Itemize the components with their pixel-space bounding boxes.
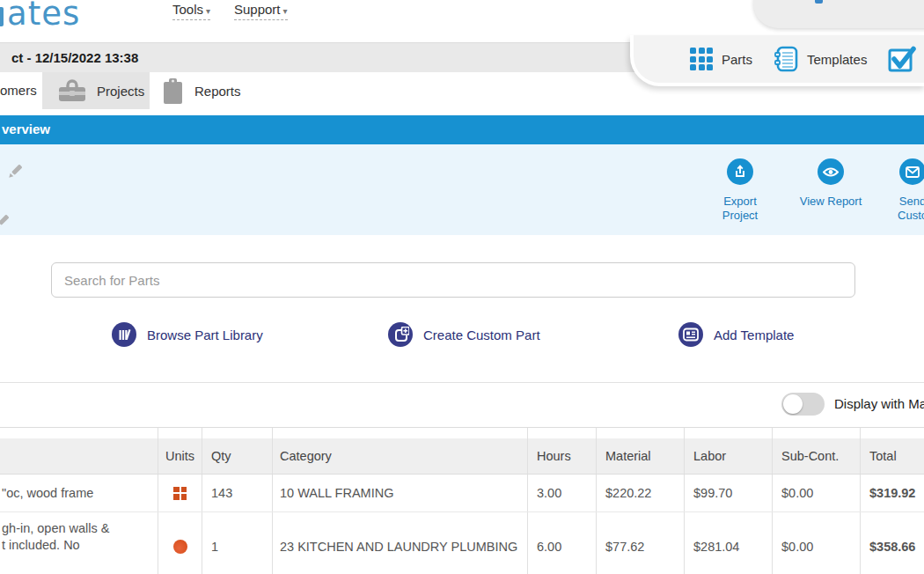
table-header-row: Units Qty Category Hours Material Labor … bbox=[0, 438, 924, 475]
view-report-label: View Report bbox=[800, 195, 862, 209]
row-material: $77.62 bbox=[597, 512, 685, 574]
units-grid-icon bbox=[173, 487, 187, 500]
tab-customers-partial[interactable]: omers bbox=[0, 72, 37, 109]
header-widget bbox=[753, 0, 924, 28]
app-logo: ates bbox=[7, 0, 80, 33]
export-icon bbox=[727, 158, 753, 185]
eye-icon bbox=[818, 158, 844, 185]
app-window: ates Tools▾ Support▾ ct - 12/15/2022 13:… bbox=[0, 0, 924, 574]
logo-partial-letter bbox=[0, 7, 4, 26]
row-qty: 1 bbox=[202, 512, 273, 574]
col-labor: Labor bbox=[685, 438, 773, 474]
col-category: Category bbox=[273, 438, 528, 474]
project-title-bar: ct - 12/15/2022 13:38 bbox=[0, 42, 695, 72]
create-custom-part-button[interactable]: Create Custom Part bbox=[388, 322, 540, 347]
overview-section-bar: verview bbox=[0, 115, 924, 144]
chevron-down-icon: ▾ bbox=[206, 6, 210, 16]
table-row[interactable]: gh-in, open walls &t included. No 1 23 K… bbox=[0, 512, 924, 574]
clipboard-icon bbox=[161, 77, 185, 105]
template-icon bbox=[678, 322, 703, 347]
row-total: $319.92 bbox=[861, 475, 924, 511]
notebook-icon bbox=[774, 46, 798, 72]
create-custom-part-label: Create Custom Part bbox=[423, 327, 540, 342]
row-category: 10 WALL FRAMING bbox=[273, 475, 528, 511]
export-label-line2: Project bbox=[722, 209, 758, 222]
header-widget-icon-fragment bbox=[815, 0, 823, 4]
nav-templates[interactable]: Templates bbox=[774, 46, 867, 72]
row-labor: $281.04 bbox=[685, 512, 773, 574]
overview-panel: ExportProject View Report SendCusto bbox=[0, 144, 924, 235]
search-parts-input[interactable] bbox=[51, 262, 855, 298]
row-description: "oc, wood frame bbox=[0, 475, 158, 511]
edit-pencil-icon[interactable] bbox=[6, 163, 24, 180]
project-title: ct - 12/15/2022 13:38 bbox=[11, 50, 138, 65]
add-template-label: Add Template bbox=[714, 327, 794, 342]
nav-templates-label: Templates bbox=[807, 52, 867, 67]
nav-parts-label: Parts bbox=[722, 52, 752, 67]
checkbox-check-icon bbox=[888, 46, 916, 72]
tab-projects[interactable]: Projects bbox=[42, 72, 150, 109]
browse-part-library-label: Browse Part Library bbox=[147, 327, 263, 342]
tab-reports[interactable]: Reports bbox=[150, 72, 264, 109]
menu-support-label: Support bbox=[234, 2, 281, 17]
parts-table: Units Qty Category Hours Material Labor … bbox=[0, 427, 924, 574]
add-part-icon bbox=[388, 322, 413, 347]
row-units bbox=[158, 512, 202, 574]
col-qty: Qty bbox=[202, 438, 273, 474]
row-subcont: $0.00 bbox=[773, 512, 861, 574]
edit-pencil-icon[interactable] bbox=[0, 213, 11, 231]
export-project-button[interactable]: ExportProject bbox=[712, 158, 768, 223]
toolbox-icon bbox=[57, 79, 87, 103]
row-units bbox=[158, 475, 202, 511]
tab-projects-label: Projects bbox=[97, 84, 144, 99]
nav-parts[interactable]: Parts bbox=[690, 48, 752, 70]
table-spacer-row bbox=[0, 428, 924, 438]
col-material: Material bbox=[597, 438, 685, 474]
row-subcont: $0.00 bbox=[773, 475, 861, 511]
units-circle-icon bbox=[173, 540, 187, 554]
send-customer-button[interactable]: SendCusto bbox=[885, 158, 924, 223]
view-report-button[interactable]: View Report bbox=[788, 158, 873, 209]
menu-tools-label: Tools bbox=[172, 2, 203, 17]
row-labor: $99.70 bbox=[685, 475, 773, 511]
col-description bbox=[0, 438, 158, 474]
library-nav-panel: Parts Templates Op bbox=[630, 35, 924, 86]
row-hours: 6.00 bbox=[528, 512, 597, 574]
menu-tools[interactable]: Tools▾ bbox=[172, 2, 210, 20]
send-label-line1: Send bbox=[899, 195, 924, 208]
row-material: $220.22 bbox=[597, 475, 685, 511]
col-units: Units bbox=[158, 438, 202, 474]
send-label-line2: Custo bbox=[898, 209, 924, 222]
browse-part-library-button[interactable]: Browse Part Library bbox=[112, 322, 263, 347]
display-markup-toggle[interactable] bbox=[781, 393, 825, 416]
row-category: 23 KITCHEN AND LAUNDRY PLUMBING bbox=[273, 512, 528, 574]
toggle-knob bbox=[783, 394, 803, 414]
nav-options[interactable]: Op bbox=[888, 46, 924, 72]
tab-reports-label: Reports bbox=[194, 84, 241, 99]
row-qty: 143 bbox=[202, 475, 273, 511]
col-total: Total bbox=[861, 438, 924, 474]
col-subcont: Sub-Cont. bbox=[773, 438, 861, 474]
row-total: $358.66 bbox=[861, 512, 924, 574]
section-divider bbox=[0, 382, 924, 383]
chevron-down-icon: ▾ bbox=[283, 6, 288, 16]
overview-title-partial: verview bbox=[2, 121, 50, 136]
export-label-line1: Export bbox=[723, 195, 757, 208]
display-markup-label: Display with Mark bbox=[834, 393, 924, 416]
row-description: gh-in, open walls &t included. No bbox=[0, 512, 158, 574]
row-hours: 3.00 bbox=[528, 475, 597, 511]
parts-grid-icon bbox=[690, 48, 713, 70]
col-hours: Hours bbox=[528, 438, 597, 474]
envelope-icon bbox=[899, 158, 924, 185]
add-template-button[interactable]: Add Template bbox=[678, 322, 794, 347]
table-row[interactable]: "oc, wood frame 143 10 WALL FRAMING 3.00… bbox=[0, 475, 924, 512]
menu-support[interactable]: Support▾ bbox=[234, 2, 288, 20]
library-books-icon bbox=[112, 322, 136, 347]
